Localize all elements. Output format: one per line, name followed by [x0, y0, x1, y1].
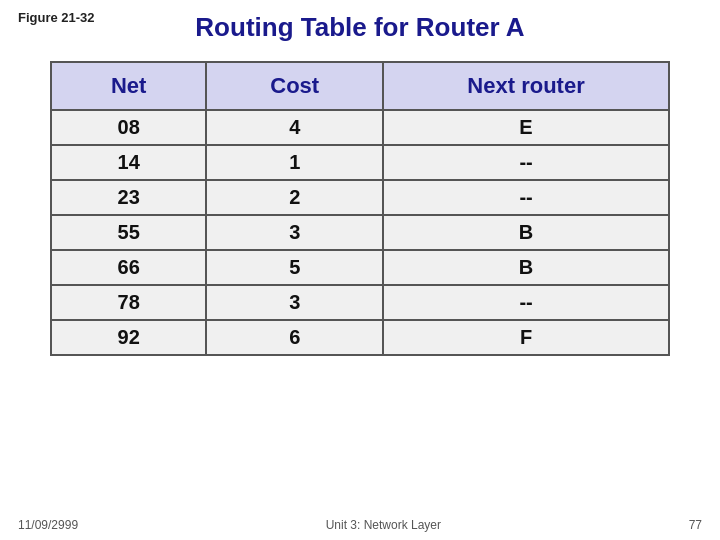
cell-cost: 5: [206, 250, 383, 285]
cell-next-router: B: [383, 250, 669, 285]
cell-net: 08: [51, 110, 206, 145]
cell-net: 66: [51, 250, 206, 285]
cell-cost: 4: [206, 110, 383, 145]
main-content: Net Cost Next router 084E141--232--553B6…: [0, 61, 720, 356]
table-row: 141--: [51, 145, 669, 180]
table-header-row: Net Cost Next router: [51, 62, 669, 110]
footer-unit: Unit 3: Network Layer: [326, 518, 441, 532]
cell-next-router: --: [383, 180, 669, 215]
footer-page: 77: [689, 518, 702, 532]
page-title: Routing Table for Router A: [0, 8, 720, 43]
cell-net: 14: [51, 145, 206, 180]
cell-next-router: F: [383, 320, 669, 355]
col-next-router: Next router: [383, 62, 669, 110]
table-row: 084E: [51, 110, 669, 145]
cell-cost: 3: [206, 285, 383, 320]
footer-bar: 11/09/2999 Unit 3: Network Layer 77: [0, 518, 720, 532]
cell-cost: 2: [206, 180, 383, 215]
table-row: 665B: [51, 250, 669, 285]
table-row: 553B: [51, 215, 669, 250]
cell-net: 55: [51, 215, 206, 250]
cell-net: 78: [51, 285, 206, 320]
cell-cost: 3: [206, 215, 383, 250]
figure-label: Figure 21-32: [18, 10, 95, 25]
table-row: 926F: [51, 320, 669, 355]
col-net: Net: [51, 62, 206, 110]
cell-net: 92: [51, 320, 206, 355]
table-row: 783--: [51, 285, 669, 320]
cell-net: 23: [51, 180, 206, 215]
cell-cost: 1: [206, 145, 383, 180]
cell-next-router: B: [383, 215, 669, 250]
cell-cost: 6: [206, 320, 383, 355]
col-cost: Cost: [206, 62, 383, 110]
cell-next-router: --: [383, 145, 669, 180]
routing-table: Net Cost Next router 084E141--232--553B6…: [50, 61, 670, 356]
footer-date: 11/09/2999: [18, 518, 78, 532]
table-row: 232--: [51, 180, 669, 215]
cell-next-router: E: [383, 110, 669, 145]
cell-next-router: --: [383, 285, 669, 320]
